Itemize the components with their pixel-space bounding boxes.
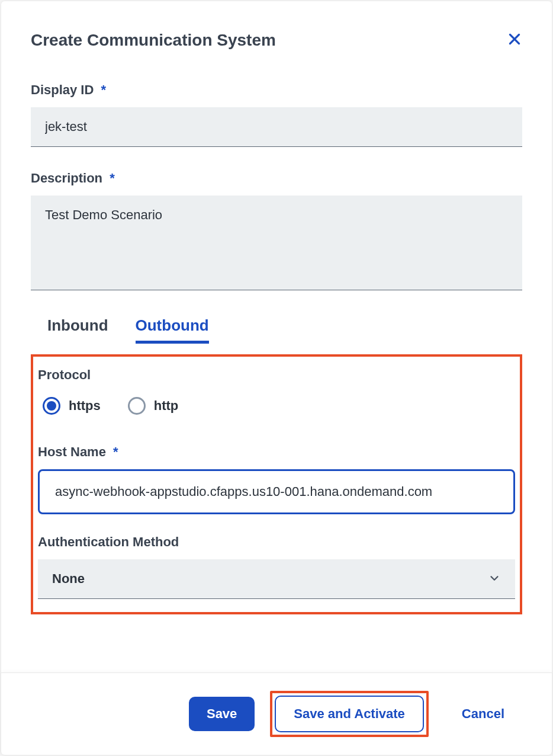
tab-inbound[interactable]: Inbound — [47, 316, 108, 344]
protocol-label: Protocol — [38, 367, 515, 383]
description-field: Description * — [31, 171, 522, 293]
host-name-field: Host Name * — [38, 444, 515, 514]
auth-method-label: Authentication Method — [38, 534, 515, 550]
radio-icon — [128, 397, 146, 415]
chevron-down-icon — [488, 572, 501, 587]
display-id-label: Display ID * — [31, 82, 522, 98]
protocol-http-radio[interactable]: http — [128, 397, 179, 415]
required-asterisk: * — [101, 82, 107, 97]
display-id-input[interactable] — [31, 107, 522, 147]
required-asterisk: * — [113, 444, 118, 459]
tab-outbound[interactable]: Outbound — [136, 316, 209, 344]
cancel-button[interactable]: Cancel — [444, 697, 522, 731]
dialog-footer: Save Save and Activate Cancel — [1, 672, 552, 755]
outbound-panel-highlighted: Protocol https http Host Name * — [31, 354, 522, 614]
dialog-title: Create Communication System — [31, 31, 276, 50]
description-label-text: Description — [31, 171, 102, 185]
auth-method-select[interactable]: None — [38, 559, 515, 599]
dialog-header: Create Communication System — [31, 31, 522, 50]
required-asterisk: * — [110, 171, 115, 185]
tab-bar: Inbound Outbound — [31, 316, 522, 344]
save-activate-highlight: Save and Activate — [270, 691, 429, 737]
protocol-radio-group: https http — [38, 397, 515, 415]
dialog-body: Create Communication System Display ID *… — [1, 1, 552, 672]
host-name-input[interactable] — [38, 469, 515, 514]
display-id-label-text: Display ID — [31, 82, 94, 97]
close-button[interactable] — [507, 31, 522, 49]
close-icon — [507, 31, 522, 47]
auth-method-field: Authentication Method None — [38, 534, 515, 599]
host-name-label-text: Host Name — [38, 444, 106, 459]
protocol-https-label: https — [69, 398, 101, 414]
create-communication-system-dialog: Create Communication System Display ID *… — [1, 1, 552, 755]
save-button[interactable]: Save — [189, 697, 255, 731]
protocol-http-label: http — [154, 398, 179, 414]
display-id-field: Display ID * — [31, 82, 522, 147]
protocol-https-radio[interactable]: https — [43, 397, 101, 415]
radio-icon — [43, 397, 60, 415]
description-label: Description * — [31, 171, 522, 186]
description-input[interactable] — [31, 196, 522, 290]
save-and-activate-button[interactable]: Save and Activate — [275, 696, 424, 732]
host-name-label: Host Name * — [38, 444, 515, 460]
auth-method-value: None — [38, 559, 515, 599]
